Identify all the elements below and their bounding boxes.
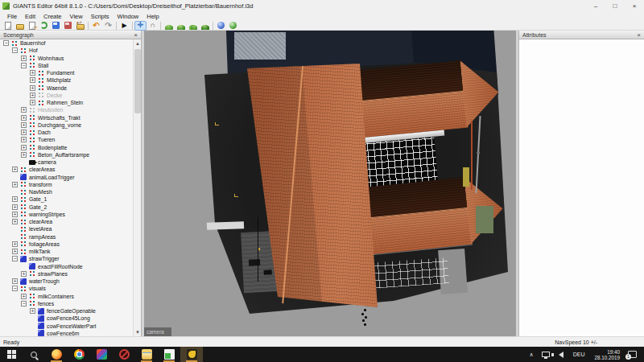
expander-minus-icon[interactable]: −: [12, 286, 18, 291]
expander-plus-icon[interactable]: +: [30, 93, 35, 98]
expander-plus-icon[interactable]: +: [12, 196, 18, 202]
tree-item-Beton_Auffartsrampe[interactable]: +Beton_Auffartsrampe: [0, 151, 134, 158]
tree-item-clearArea[interactable]: +clearArea: [0, 218, 134, 225]
expander-plus-icon[interactable]: +: [12, 278, 18, 284]
tree-item-Wirtschafts_Trakt[interactable]: +Wirtschafts_Trakt: [0, 114, 134, 121]
expander-plus-icon[interactable]: +: [21, 271, 27, 277]
language-indicator[interactable]: DEU: [568, 352, 590, 357]
scenegraph-close-icon[interactable]: ×: [134, 31, 138, 39]
app-office[interactable]: [158, 347, 180, 362]
clock[interactable]: 19:40 28.10.2019: [589, 349, 625, 360]
expander-plus-icon[interactable]: +: [21, 130, 27, 135]
tree-item-cowFenceWaterPart[interactable]: cowFenceWaterPart: [0, 323, 134, 330]
menu-edit[interactable]: Edit: [21, 13, 39, 20]
minimize-button[interactable]: –: [586, 0, 605, 12]
scenegraph-scrollbar[interactable]: ▲ ▼: [133, 39, 141, 336]
tree-item-visuals[interactable]: −visuals: [0, 285, 134, 292]
expander-minus-icon[interactable]: −: [12, 47, 18, 53]
tree-item-milkContainers[interactable]: +milkContainers: [0, 293, 134, 300]
export-button[interactable]: [62, 21, 74, 31]
terrain-sculpt-button[interactable]: [163, 21, 175, 31]
expander-plus-icon[interactable]: +: [30, 77, 35, 83]
import-button[interactable]: [26, 21, 38, 31]
app-giants-editor[interactable]: [180, 347, 203, 362]
search-button[interactable]: [23, 347, 45, 362]
expander-plus-icon[interactable]: +: [30, 70, 35, 76]
tree-item-Bauernhof[interactable]: −Bauernhof: [0, 39, 134, 47]
reload-button[interactable]: [38, 21, 50, 31]
menu-help[interactable]: Help: [142, 13, 163, 20]
tree-item-camera[interactable]: camera: [0, 158, 134, 166]
viewport-3d[interactable]: camera: [144, 31, 516, 336]
tree-item-Gate_2[interactable]: +Gate_2: [0, 204, 134, 211]
app-explorer[interactable]: [135, 347, 158, 362]
terrain-paint-button[interactable]: [175, 21, 187, 31]
undo-button[interactable]: ↶: [90, 21, 102, 31]
app-chrome[interactable]: [68, 347, 90, 362]
tree-item-exactFillRootNode[interactable]: exactFillRootNode: [0, 263, 134, 270]
expander-minus-icon[interactable]: −: [12, 256, 18, 261]
expander-plus-icon[interactable]: +: [12, 212, 18, 217]
new-file-button[interactable]: [2, 21, 14, 31]
expander-plus-icon[interactable]: +: [21, 145, 27, 150]
network-icon[interactable]: [542, 352, 550, 357]
tree-item-Tueren[interactable]: +Tueren: [0, 136, 134, 143]
expander-minus-icon[interactable]: −: [3, 40, 9, 46]
tree-item-Dach[interactable]: +Dach: [0, 129, 134, 136]
tree-item-waterTrough[interactable]: +waterTrough: [0, 278, 134, 285]
expander-plus-icon[interactable]: +: [30, 100, 35, 105]
tree-item-Decke[interactable]: +Decke: [0, 92, 134, 99]
redo-button[interactable]: ↷: [102, 21, 114, 31]
save-button[interactable]: [50, 21, 62, 31]
tree-item-Fundament[interactable]: +Fundament: [0, 69, 134, 76]
expander-plus-icon[interactable]: +: [21, 137, 27, 142]
menu-window[interactable]: Window: [114, 13, 143, 20]
expander-plus-icon[interactable]: +: [12, 167, 18, 172]
tree-item-Gate_1[interactable]: +Gate_1: [0, 195, 134, 203]
open-file-button[interactable]: [14, 21, 26, 31]
tree-item-cowFence45Long[interactable]: cowFence45Long: [0, 315, 134, 322]
tree-item-Stall[interactable]: −Stall: [0, 62, 134, 69]
terrain-foliage-button[interactable]: [187, 21, 199, 31]
expander-minus-icon[interactable]: −: [21, 301, 27, 306]
tree-item-strawPlanes[interactable]: +strawPlanes: [0, 270, 134, 278]
tree-item-Milchplatz[interactable]: +Milchplatz: [0, 76, 134, 84]
tree-item-Hof[interactable]: −Hof: [0, 47, 134, 54]
tree-item-strawTrigger[interactable]: −strawTrigger: [0, 255, 134, 262]
menu-scripts[interactable]: Scripts: [87, 13, 114, 20]
app-photos[interactable]: [90, 347, 113, 362]
expander-plus-icon[interactable]: +: [12, 204, 18, 210]
tree-item-fenceGateOpenable[interactable]: +fenceGateOpenable: [0, 307, 134, 315]
play-button[interactable]: ▶: [118, 21, 130, 31]
expander-plus-icon[interactable]: +: [21, 115, 27, 121]
translate-tool-button[interactable]: ✛: [134, 21, 147, 31]
tree-item-Wohnhaus[interactable]: +Wohnhaus: [0, 55, 134, 62]
tree-item-foliageAreas[interactable]: +foliageAreas: [0, 241, 134, 248]
expander-plus-icon[interactable]: +: [12, 249, 18, 254]
expander-plus-icon[interactable]: +: [12, 241, 18, 247]
app-firefox[interactable]: [45, 347, 68, 362]
render-toggle-button[interactable]: [227, 21, 239, 31]
tree-item-warningStripes[interactable]: +warningStripes: [0, 211, 134, 218]
expander-plus-icon[interactable]: +: [21, 122, 27, 128]
expander-plus-icon[interactable]: +: [21, 152, 27, 158]
start-button[interactable]: [0, 347, 23, 362]
menu-create[interactable]: Create: [39, 13, 66, 20]
close-button[interactable]: ×: [625, 0, 644, 12]
scroll-thumb[interactable]: [134, 49, 141, 113]
speaker-icon[interactable]: [559, 352, 564, 358]
expander-plus-icon[interactable]: +: [21, 294, 27, 299]
attributes-close-icon[interactable]: ×: [637, 31, 641, 39]
scroll-up-icon[interactable]: ▲: [134, 39, 142, 47]
tree-item-Rahmen_Stein[interactable]: +Rahmen_Stein: [0, 99, 134, 106]
tree-item-Durchgang_vorne[interactable]: +Durchgang_vorne: [0, 121, 134, 129]
physics-toggle-button[interactable]: [215, 21, 227, 31]
expander-minus-icon[interactable]: −: [21, 63, 27, 68]
expander-plus-icon[interactable]: +: [30, 85, 35, 91]
rotate-tool-button[interactable]: ∩: [147, 21, 159, 31]
revert-button[interactable]: [74, 21, 86, 31]
tree-item-Waende[interactable]: +Waende: [0, 84, 134, 92]
expander-plus-icon[interactable]: +: [30, 308, 35, 314]
tree-item-milkTank[interactable]: +milkTank: [0, 248, 134, 255]
expander-plus-icon[interactable]: +: [21, 107, 27, 113]
